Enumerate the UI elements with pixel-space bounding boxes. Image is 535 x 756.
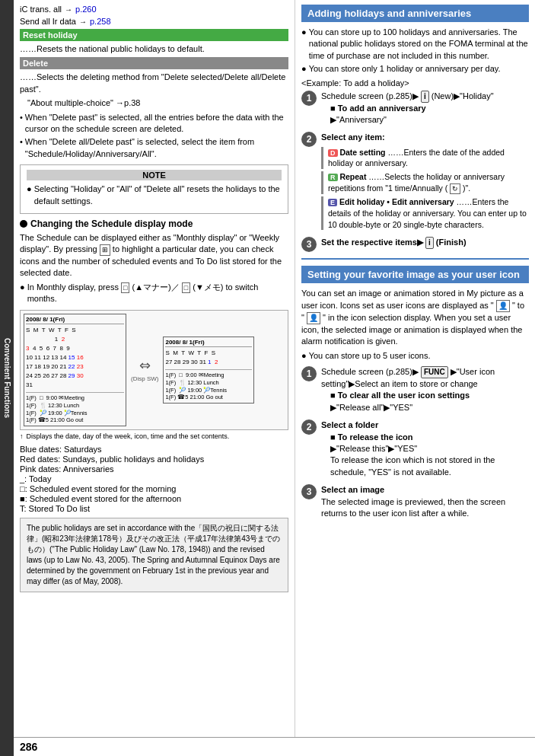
step1-add: 1 Schedule screen (p.285)▶ i (New)▶"Holi… <box>301 91 529 128</box>
ic-trans-link[interactable]: iC trans. all <box>20 5 62 14</box>
repeat-item: R Repeat ……Selects the holiday or annive… <box>321 171 529 194</box>
adding-bullet1-text: You can store up to 100 holidays and ann… <box>309 27 529 62</box>
section-separator <box>301 258 529 260</box>
step1-number: 1 <box>301 91 317 106</box>
step2-setting-sub-text: ▶"Release this"▶"YES" <box>330 444 417 453</box>
left-calendar: 2008/ 8/ 1(Fri) S M T W T F S 1 2 3 4 5 … <box>24 314 126 426</box>
legend-section: Blue dates: Saturdays Red dates: Sundays… <box>20 445 288 513</box>
calendar-arrow: ⇔ (Disp SW) <box>131 357 158 382</box>
step2-setting-text: Select a folder <box>321 420 378 429</box>
adding-bullet-dot2: ● <box>301 63 307 75</box>
setting-intro: You can set an image or animation stored… <box>301 288 529 347</box>
bracket-icon: □ <box>121 282 129 294</box>
info-box: The public holidays are set in accordanc… <box>20 518 288 592</box>
delete-about-link[interactable]: "About multiple-choice" →p.38 <box>27 97 288 109</box>
step3-setting-text: Select an image <box>321 485 384 494</box>
edit-label: Edit holiday • Edit anniversary <box>339 197 454 206</box>
note-text: Selecting "Holiday" or "All" of "Delete … <box>34 183 282 207</box>
caption-arrow: ↑ <box>20 432 24 440</box>
intro3-text: " in the icon selection display. When yo… <box>301 313 522 346</box>
left-cal-days: S M T W T F S 1 2 3 4 5 6 7 8 9 10 11 12… <box>26 326 124 390</box>
delete-bullet2-text: When "Delete all/Delete past" is selecte… <box>25 136 288 160</box>
repeat-icon-inline: ↻ <box>450 183 460 195</box>
step3-setting-content: Select an image The selected image is pr… <box>321 484 529 519</box>
edit-icon: E <box>328 199 337 206</box>
left-cal-header: 2008/ 8/ 1(Fri) <box>26 316 124 324</box>
right-cal-header: 2008/ 8/ 1(Fri) <box>165 339 252 347</box>
repeat-end: )". <box>463 183 470 193</box>
step2-content: Select any item: D Date setting ……Enters… <box>321 132 529 232</box>
note-bullet: ● <box>27 183 32 207</box>
adding-bullet1: ● You can store up to 100 holidays and a… <box>301 27 529 62</box>
step3-add: 3 Set the respective items▶ i (Finish) <box>301 237 529 252</box>
monthly-text-2: (▲マナー)／ <box>132 282 179 292</box>
step1-setting-sub: ■ To clear all the user icon settings ▶"… <box>330 390 529 413</box>
step1-setting-sub-label: ■ To clear all the user icon settings <box>330 391 470 400</box>
adding-header-text: Adding holidays and anniversaries <box>307 8 471 19</box>
columns-layout: iC trans. all → p.260 Send all Ir data →… <box>14 0 535 737</box>
disp-sw-label: (Disp SW) <box>131 375 158 382</box>
reset-holiday-label: Reset holiday <box>23 30 78 40</box>
step3-setting: 3 Select an image The selected image is … <box>301 484 529 519</box>
step1-setting-key: FUNC <box>421 366 448 378</box>
step3-content: Set the respective items▶ i (Finish) <box>321 237 529 249</box>
calendar-caption: ↑ Displays the date, day of the week, ic… <box>20 432 288 440</box>
sidebar-label: Convenient Functions <box>0 0 14 756</box>
step1-content: Schedule screen (p.285)▶ i (New)▶"Holida… <box>321 91 529 128</box>
right-cal-entries: 1(F) □ 9:00 ✉Meeting 1(F) 🍴 12:30 Lunch … <box>165 369 252 401</box>
adding-section-header: Adding holidays and anniversaries <box>301 5 529 22</box>
repeat-icon: R <box>328 174 338 181</box>
adding-bullet2-text: You can store only 1 holiday or annivers… <box>309 63 501 75</box>
step3-number: 3 <box>301 237 317 252</box>
note-box: NOTE ● Selecting "Holiday" or "All" of "… <box>20 164 288 214</box>
adding-bullet-dot1: ● <box>301 27 307 62</box>
right-cal-days: S M T W T F S 27 28 29 30 31 1 2 <box>165 349 252 367</box>
main-content: iC trans. all → p.260 Send all Ir data →… <box>14 0 535 756</box>
legend-empty-square: □: Scheduled event stored for the mornin… <box>20 484 288 493</box>
date-setting-item: D Date setting ……Enters the date of the … <box>321 147 529 169</box>
step2-setting-sub-label: ■ To release the icon <box>330 432 413 442</box>
page-container: Convenient Functions iC trans. all → p.2… <box>0 0 535 756</box>
step1-text1: Schedule screen (p.285)▶ <box>321 91 419 100</box>
bracket-icon2: □ <box>182 282 190 294</box>
send-ir-link[interactable]: Send all Ir data <box>20 17 76 26</box>
step2-setting-content: Select a folder ■ To release the icon ▶"… <box>321 419 529 480</box>
delete-bullet2: • When "Delete all/Delete past" is selec… <box>20 136 288 160</box>
delete-bullet1-text: When "Delete past" is selected, all the … <box>25 112 288 136</box>
calendar-display: 2008/ 8/ 1(Fri) S M T W T F S 1 2 3 4 5 … <box>20 310 288 430</box>
monthly-text-3: (▼メモ) <box>193 282 223 292</box>
step1-sub-label: ■ To add an anniversary <box>330 104 426 113</box>
ic-trans-page: p.260 <box>75 5 97 14</box>
delete-desc: ……Selects the deleting method from "Dele… <box>20 72 288 95</box>
reset-holiday-header: Reset holiday <box>20 29 288 41</box>
adding-bullet2: ● You can store only 1 holiday or annive… <box>301 63 529 75</box>
date-setting-icon: D <box>328 149 338 157</box>
legend-T: T: Stored To Do list <box>20 504 288 513</box>
send-ir-page: p.258 <box>90 17 111 26</box>
step3-setting-number: 3 <box>301 484 317 499</box>
icon-person2: 👤 <box>307 312 320 324</box>
step2-setting-sub-note: To release the icon which is not stored … <box>330 455 495 476</box>
schedule-display-heading: Changing the Schedule display mode <box>20 219 288 229</box>
icon-person1: 👤 <box>496 300 510 312</box>
note-item: ● Selecting "Holiday" or "All" of "Delet… <box>27 183 282 207</box>
monthly-display-bullet: ● In Monthly display, press □ (▲マナー)／ □ … <box>20 282 288 305</box>
step1-setting-number: 1 <box>301 366 317 381</box>
step1-setting: 1 Schedule screen (p.285)▶ FUNC ▶"User i… <box>301 366 529 415</box>
step2-add: 2 Select any item: D Date setting ……Ente… <box>301 132 529 232</box>
step1-text2: (New)▶"Holiday" <box>432 91 494 100</box>
step1-setting-text1: Schedule screen (p.285)▶ <box>321 367 419 376</box>
note-title: NOTE <box>27 170 282 180</box>
setting-bullet-dot: ● <box>301 350 307 362</box>
edit-item: E Edit holiday • Edit anniversary ……Ente… <box>321 196 529 230</box>
bullet-dot-monthly: ● <box>20 282 25 305</box>
delete-header: Delete <box>20 57 288 69</box>
monthly-text-1: In Monthly display, press <box>27 282 119 292</box>
delete-bullet1: • When "Delete past" is selected, all th… <box>20 112 288 136</box>
example-label: <Example: To add a holiday> <box>301 78 529 88</box>
setting-bullet-text: You can store up to 5 user icons. <box>309 350 431 362</box>
arrow-icon-1: → <box>65 5 72 14</box>
delete-label: Delete <box>23 59 48 68</box>
step2-setting-number: 2 <box>301 419 317 435</box>
grid-icon: ⊞ <box>100 244 110 256</box>
